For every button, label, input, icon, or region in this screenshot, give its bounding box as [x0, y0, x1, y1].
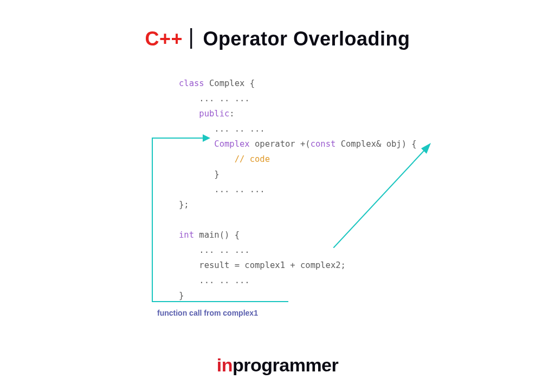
- logo-programmer: programmer: [233, 355, 338, 375]
- code-ellipsis: ... .. ...: [179, 185, 265, 194]
- code-comment: // code: [235, 154, 270, 164]
- code-text: operator +(: [250, 139, 311, 149]
- code-colon: :: [229, 109, 234, 119]
- arrow-caption: function call from complex1: [157, 309, 258, 317]
- code-snippet: class Complex { ... .. ... public: ... .…: [179, 76, 417, 303]
- footer-logo: inprogrammer: [0, 355, 555, 376]
- keyword-class: class: [179, 79, 204, 88]
- logo-in: in: [217, 355, 233, 375]
- title-separator: |: [189, 25, 194, 49]
- code-text: }: [179, 169, 220, 179]
- keyword-int: int: [179, 230, 194, 240]
- keyword-public: public: [199, 109, 229, 119]
- title-cpp: C++: [145, 28, 183, 50]
- code-ellipsis: ... .. ...: [179, 94, 250, 103]
- arrow-path-horizontal: [152, 301, 288, 302]
- code-text: }: [179, 291, 184, 300]
- svg-marker-1: [421, 143, 431, 154]
- arrow-path-top: [152, 138, 204, 139]
- code-text: main() {: [194, 230, 240, 240]
- arrow-path-vertical: [152, 138, 153, 302]
- code-indent: [179, 154, 235, 164]
- code-text: Complex& obj) {: [335, 139, 416, 149]
- code-ellipsis: ... .. ...: [179, 245, 250, 255]
- title-main: Operator Overloading: [203, 28, 410, 50]
- code-text: result = complex1 + complex2;: [179, 260, 346, 270]
- code-ellipsis: ... .. ...: [179, 276, 250, 285]
- page-title: C++ | Operator Overloading: [0, 26, 555, 50]
- code-text: };: [179, 200, 189, 210]
- code-ellipsis: ... .. ...: [179, 124, 265, 134]
- code-text: Complex {: [204, 79, 255, 88]
- keyword-const: const: [311, 139, 336, 149]
- keyword-type: Complex: [214, 139, 249, 149]
